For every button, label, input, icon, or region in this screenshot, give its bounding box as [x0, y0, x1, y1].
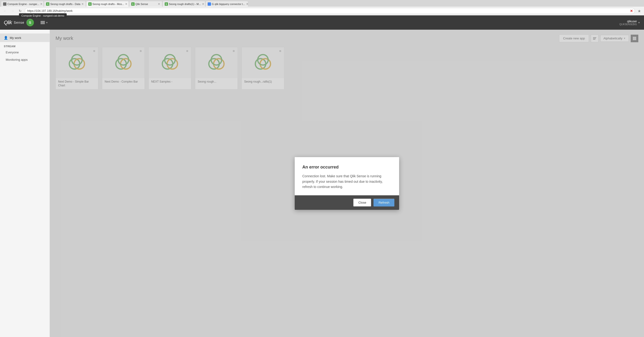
browser-tab-3[interactable]: Q Seong rough drafts - Mos... ✕ — [86, 1, 129, 7]
browser-tab-6[interactable]: G qlik bigquery connector t... ✕ — [206, 1, 248, 7]
error-modal: An error occurred Connection lost. Make … — [295, 157, 399, 210]
sidebar-my-work-label: My work — [10, 36, 21, 40]
tab-label-5: Seong rough drafts(1) - M... — [169, 2, 201, 6]
sidebar-stream-label: Stream — [0, 42, 50, 49]
browser-tooltip: Compute Engine - sungard-cat-demo — [19, 13, 67, 18]
hamburger-line-1 — [40, 21, 45, 22]
tab-favicon-5: Q — [165, 2, 168, 6]
sidebar: 👤 My work Stream Everyone Monitoring app… — [0, 30, 50, 337]
tab-favicon-1 — [3, 2, 6, 6]
tab-favicon-3: Q — [88, 2, 92, 6]
tab-favicon-6 — [208, 2, 211, 6]
back-button[interactable]: ← — [2, 8, 8, 14]
top-nav: Qlik Sense S ▼ qlikuser QLIKSENSEBIG ▼ — [0, 16, 644, 30]
tab-close-4[interactable]: ✕ — [158, 2, 160, 6]
nav-user-chevron: ▼ — [638, 21, 640, 24]
qlik-logo-text: Qlik — [4, 20, 12, 26]
refresh-button[interactable]: Refresh — [374, 199, 394, 206]
sidebar-item-my-work[interactable]: 👤 My work — [0, 34, 50, 42]
hamburger-line-3 — [40, 24, 45, 24]
address-bar[interactable]: ✕ https://104.197.189.16/hub/my/work — [25, 8, 635, 14]
modal-overlay: An error occurred Connection lost. Make … — [50, 30, 644, 337]
browser-tab-2[interactable]: Q Seong rough drafts - Data ✕ — [44, 1, 86, 7]
tab-close-3[interactable]: ✕ — [125, 2, 128, 6]
tab-close-1[interactable]: ✕ — [40, 2, 42, 6]
sidebar-everyone-label: Everyone — [6, 50, 19, 54]
tab-label-2: Seong rough drafts - Data — [50, 2, 80, 6]
nav-user-org: QLIKSENSEBIG — [619, 23, 637, 26]
person-icon: 👤 — [4, 36, 8, 40]
bookmark-button[interactable]: ★ — [636, 8, 642, 14]
tab-label-6: G qlik bigquery connector t... — [212, 2, 245, 6]
hamburger-line-2 — [40, 22, 45, 23]
modal-body: An error occurred Connection lost. Make … — [295, 157, 399, 195]
tab-favicon-2: Q — [46, 2, 49, 6]
sidebar-monitoring-label: Monitoring apps — [6, 58, 28, 62]
forward-button[interactable]: → — [10, 8, 16, 14]
address-bar-text: https://104.197.189.16/hub/my/work — [27, 9, 72, 12]
tab-close-5[interactable]: ✕ — [202, 2, 204, 6]
hamburger-menu[interactable]: ▼ — [40, 21, 48, 24]
hamburger-chevron: ▼ — [46, 21, 48, 24]
browser-tab-4[interactable]: Q Qlik Sense ✕ — [129, 1, 162, 7]
tab-label-3: Seong rough drafts - Mos... — [92, 2, 124, 6]
tab-close-2[interactable]: ✕ — [82, 2, 84, 6]
sidebar-item-everyone[interactable]: Everyone — [0, 49, 50, 56]
tab-label-1: Compute Engine - sungar... — [7, 2, 39, 6]
modal-title: An error occurred — [302, 165, 392, 170]
browser-chrome: Compute Engine - sungar... ✕ Q Seong rou… — [0, 0, 644, 16]
browser-tabs: Compute Engine - sungar... ✕ Q Seong rou… — [0, 0, 644, 7]
browser-tab-1[interactable]: Compute Engine - sungar... ✕ — [1, 1, 44, 7]
modal-footer: Close Refresh — [295, 195, 399, 210]
tab-favicon-4: Q — [131, 2, 134, 6]
close-button[interactable]: Close — [353, 199, 371, 206]
tab-close-6[interactable]: ✕ — [246, 2, 248, 6]
browser-toolbar: ← → ↻ ✕ https://104.197.189.16/hub/my/wo… — [0, 7, 644, 15]
browser-tab-5[interactable]: Q Seong rough drafts(1) - M... ✕ — [162, 1, 205, 7]
qlik-logo: Qlik Sense S — [4, 19, 34, 26]
nav-user[interactable]: qlikuser QLIKSENSEBIG ▼ — [619, 20, 640, 26]
content-area: My work Create new app Alphabetically ▼ — [50, 30, 644, 337]
tab-label-4: Qlik Sense — [136, 2, 148, 6]
modal-message: Connection lost. Make sure that Qlik Sen… — [302, 174, 392, 190]
nav-user-name: qlikuser — [619, 20, 637, 23]
hamburger-icon — [40, 21, 45, 24]
address-bar-x-icon[interactable]: ✕ — [630, 9, 633, 13]
qlik-logo-badge: S — [26, 19, 34, 26]
sidebar-item-monitoring[interactable]: Monitoring apps — [0, 56, 50, 63]
qlik-logo-sense: Sense — [14, 21, 24, 24]
main-layout: 👤 My work Stream Everyone Monitoring app… — [0, 30, 644, 337]
app-wrapper: Qlik Sense S ▼ qlikuser QLIKSENSEBIG ▼ 👤 — [0, 16, 644, 337]
